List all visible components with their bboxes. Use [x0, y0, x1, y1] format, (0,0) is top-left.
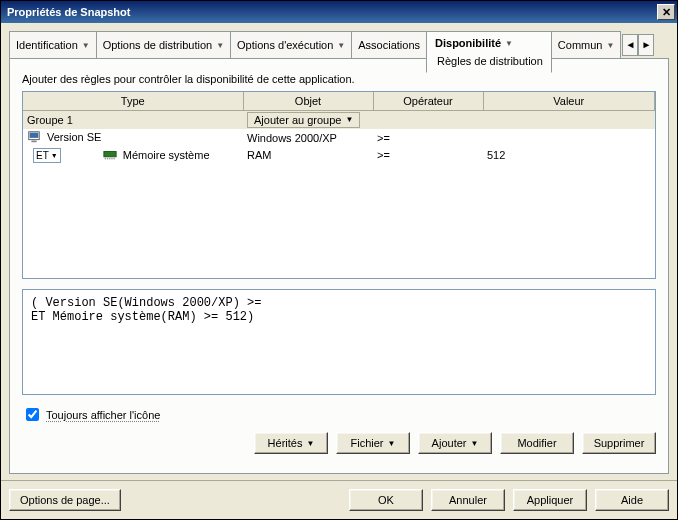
tab-scroll-right[interactable]: ► — [638, 34, 654, 56]
group-label: Groupe 1 — [27, 114, 73, 126]
svg-rect-1 — [30, 132, 39, 137]
add-to-group-button[interactable]: Ajouter au groupe ▼ — [247, 112, 360, 128]
tab-availability-subtab: Règles de distribution — [435, 55, 543, 67]
tab-scroll-left[interactable]: ◄ — [622, 34, 638, 56]
tab-associations[interactable]: Associations — [351, 31, 427, 58]
tab-identification[interactable]: Identification▼ — [9, 31, 97, 58]
delete-button[interactable]: Supprimer — [582, 432, 656, 454]
svg-rect-4 — [104, 158, 105, 160]
svg-rect-5 — [107, 158, 108, 160]
col-header-operator[interactable]: Opérateur — [373, 92, 483, 110]
table-row[interactable]: Version SE Windows 2000/XP >= — [23, 129, 655, 147]
availability-panel: Ajouter des règles pour contrôler la dis… — [9, 59, 669, 474]
cell-type: Mémoire système — [123, 149, 210, 161]
cell-operator: >= — [373, 129, 483, 147]
footer: Options de page... OK Annuler Appliquer … — [1, 481, 677, 519]
apply-button[interactable]: Appliquer — [513, 489, 587, 511]
ram-icon — [103, 148, 117, 162]
always-show-icon-checkbox[interactable] — [26, 408, 39, 421]
cell-value: 512 — [483, 147, 655, 164]
tab-availability[interactable]: Disponibilité▼ Règles de distribution — [426, 31, 552, 73]
always-show-icon-row: Toujours afficher l'icône — [22, 405, 656, 424]
window-title: Propriétés de Snapshot — [7, 6, 657, 18]
window: Propriétés de Snapshot ✕ Identification▼… — [0, 0, 678, 520]
cell-type: Version SE — [47, 131, 101, 143]
cell-operator: >= — [373, 147, 483, 164]
tab-execution-options[interactable]: Options d'exécution▼ — [230, 31, 352, 58]
os-version-icon — [27, 130, 41, 144]
chevron-down-icon: ▼ — [606, 41, 614, 50]
chevron-down-icon: ▼ — [82, 41, 90, 50]
cell-value — [483, 129, 655, 147]
always-show-icon-label[interactable]: Toujours afficher l'icône — [46, 409, 160, 421]
chevron-down-icon: ▼ — [470, 439, 478, 448]
svg-rect-2 — [31, 140, 36, 142]
chevron-down-icon: ▼ — [345, 115, 353, 124]
svg-rect-3 — [104, 152, 116, 157]
rule-preview: ( Version SE(Windows 2000/XP) >= ET Mémo… — [22, 289, 656, 395]
chevron-down-icon: ▼ — [306, 439, 314, 448]
tab-label: Options d'exécution — [237, 39, 333, 51]
content: Identification▼ Options de distribution▼… — [1, 23, 677, 480]
rules-grid: Type Objet Opérateur Valeur Groupe 1 Ajo… — [22, 91, 656, 279]
svg-rect-8 — [113, 158, 114, 160]
cell-object: RAM — [243, 147, 373, 164]
instructions-text: Ajouter des règles pour contrôler la dis… — [22, 73, 656, 85]
col-header-value[interactable]: Valeur — [483, 92, 655, 110]
tab-strip: Identification▼ Options de distribution▼… — [9, 31, 669, 59]
cancel-button[interactable]: Annuler — [431, 489, 505, 511]
tab-common[interactable]: Commun▼ — [551, 31, 622, 58]
logic-label: ET — [36, 150, 49, 161]
tab-scroller: ◄ ► — [622, 31, 654, 58]
panel-button-row: Hérités▼ Fichier▼ Ajouter▼ Modifier Supp… — [22, 432, 656, 454]
inherits-button[interactable]: Hérités▼ — [254, 432, 328, 454]
titlebar: Propriétés de Snapshot ✕ — [1, 1, 677, 23]
button-label: Ajouter au groupe — [254, 114, 341, 126]
tab-label: Identification — [16, 39, 78, 51]
group-row[interactable]: Groupe 1 Ajouter au groupe ▼ — [23, 110, 655, 129]
chevron-down-icon: ▼ — [216, 41, 224, 50]
ok-button[interactable]: OK — [349, 489, 423, 511]
close-button[interactable]: ✕ — [657, 4, 675, 20]
svg-rect-7 — [111, 158, 112, 160]
logic-operator-dropdown[interactable]: ET ▼ — [33, 148, 61, 163]
svg-rect-6 — [109, 158, 110, 160]
modify-button[interactable]: Modifier — [500, 432, 574, 454]
file-button[interactable]: Fichier▼ — [336, 432, 410, 454]
tab-label: Commun — [558, 39, 603, 51]
tab-label: Disponibilité — [435, 37, 501, 49]
help-button[interactable]: Aide — [595, 489, 669, 511]
col-header-type[interactable]: Type — [23, 92, 243, 110]
chevron-down-icon: ▼ — [51, 152, 58, 159]
chevron-down-icon: ▼ — [337, 41, 345, 50]
col-header-object[interactable]: Objet — [243, 92, 373, 110]
chevron-down-icon: ▼ — [505, 39, 513, 48]
tab-label: Associations — [358, 39, 420, 51]
chevron-down-icon: ▼ — [388, 439, 396, 448]
tab-label: Options de distribution — [103, 39, 212, 51]
add-button[interactable]: Ajouter▼ — [418, 432, 492, 454]
tab-distribution-options[interactable]: Options de distribution▼ — [96, 31, 231, 58]
table-row[interactable]: ET ▼ Mémoire système RAM >= 512 — [23, 147, 655, 164]
page-options-button[interactable]: Options de page... — [9, 489, 121, 511]
cell-object: Windows 2000/XP — [243, 129, 373, 147]
